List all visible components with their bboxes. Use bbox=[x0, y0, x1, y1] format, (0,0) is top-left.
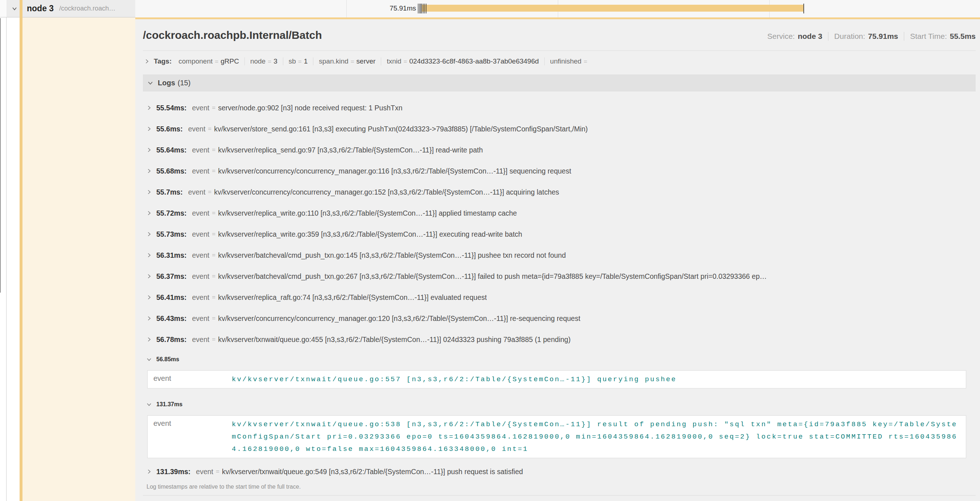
log-row[interactable]: 56.37ms: event = kv/kvserver/batcheval/c… bbox=[143, 266, 976, 287]
log-field-equals: = bbox=[208, 188, 212, 196]
log-detail-box: event kv/kvserver/txnwait/queue.go:538 [… bbox=[147, 415, 966, 458]
log-row[interactable]: 55.64ms: event = kv/kvserver/replica_sen… bbox=[143, 139, 976, 161]
tag-item: unfinished = bbox=[544, 57, 595, 65]
chevron-right-icon[interactable] bbox=[146, 126, 152, 131]
chevron-right-icon[interactable] bbox=[146, 469, 152, 474]
column-resizer[interactable] bbox=[0, 18, 1, 293]
span-duration-bar[interactable] bbox=[422, 5, 804, 12]
log-timestamp: 56.78ms: bbox=[156, 335, 186, 344]
log-row[interactable]: 55.73ms: event = kv/kvserver/replica_wri… bbox=[143, 223, 976, 245]
start-time-label: Start Time: bbox=[910, 32, 947, 41]
chevron-right-icon[interactable] bbox=[146, 190, 152, 195]
log-marker-tick bbox=[418, 4, 418, 13]
start-time-value: 55.5ms bbox=[950, 32, 976, 41]
log-field-value: kv/kvserver/batcheval/cmd_push_txn.go:14… bbox=[218, 251, 566, 260]
chevron-right-icon[interactable] bbox=[146, 274, 152, 279]
span-detail-title: /cockroach.roachpb.Internal/Batch bbox=[143, 29, 322, 42]
log-timestamp: 55.54ms: bbox=[156, 104, 186, 112]
log-field-key: event bbox=[192, 251, 209, 260]
log-row[interactable]: 55.54ms: event = server/node.go:902 [n3]… bbox=[143, 97, 976, 118]
log-timestamp: 56.37ms: bbox=[156, 272, 186, 281]
log-field-equals: = bbox=[212, 209, 215, 217]
span-tree-gutter bbox=[0, 0, 6, 501]
chevron-down-icon[interactable] bbox=[146, 357, 152, 362]
tags-section-header[interactable]: Tags: component = gRPC node = 3 sb = 1 s… bbox=[143, 56, 976, 67]
expanded-log-group: 131.37ms event kv/kvserver/txnwait/queue… bbox=[143, 397, 976, 458]
log-field-value: kv/kvserver/replica_write.go:359 [n3,s3,… bbox=[218, 230, 522, 239]
chevron-right-icon[interactable] bbox=[146, 337, 152, 342]
logs-section-header[interactable]: Logs (15) bbox=[143, 74, 976, 91]
service-value: node 3 bbox=[797, 32, 822, 41]
log-timestamp: 56.41ms: bbox=[156, 294, 186, 302]
log-marker-tick bbox=[424, 4, 425, 13]
log-row[interactable]: 56.31ms: event = kv/kvserver/batcheval/c… bbox=[143, 245, 976, 266]
log-field-key: event bbox=[192, 209, 209, 217]
chevron-right-icon[interactable] bbox=[146, 316, 152, 321]
span-service-name: node 3 bbox=[27, 4, 54, 13]
log-field-value: kv/kvserver/concurrency/concurrency_mana… bbox=[218, 314, 580, 323]
log-timestamp: 56.85ms bbox=[156, 356, 179, 363]
log-row[interactable]: 56.41ms: event = kv/kvserver/replica_raf… bbox=[143, 287, 976, 308]
log-field-key: event bbox=[188, 125, 206, 133]
chevron-right-icon[interactable] bbox=[146, 211, 152, 215]
selected-span-row-highlight bbox=[22, 18, 135, 501]
log-field-value: kv/kvserver/store_send.go:161 [n3,s3] ex… bbox=[214, 125, 587, 133]
log-marker-tick bbox=[420, 4, 421, 13]
header-divider bbox=[143, 51, 976, 51]
span-color-bar bbox=[19, 0, 22, 501]
log-field-equals: = bbox=[212, 146, 215, 153]
span-timeline-row[interactable]: 75.91ms bbox=[135, 0, 980, 18]
log-field-key: event bbox=[153, 418, 232, 455]
tag-key: span.kind bbox=[319, 57, 348, 65]
chevron-right-icon[interactable] bbox=[146, 168, 152, 174]
span-duration-label: 75.91ms bbox=[376, 4, 416, 12]
chevron-right-icon[interactable] bbox=[146, 147, 152, 153]
log-field-key: event bbox=[192, 167, 209, 176]
chevron-right-icon[interactable] bbox=[144, 59, 150, 64]
chevron-down-icon[interactable] bbox=[146, 402, 152, 407]
tag-list: component = gRPC node = 3 sb = 1 span.ki… bbox=[173, 57, 595, 65]
log-field-equals: = bbox=[212, 231, 215, 238]
chevron-right-icon[interactable] bbox=[146, 231, 152, 237]
timeline-gridline bbox=[346, 0, 347, 18]
log-field-value: kv/kvserver/batcheval/cmd_push_txn.go:26… bbox=[218, 272, 767, 281]
span-name-cell[interactable]: node 3 /cockroach.roach… bbox=[6, 0, 135, 18]
log-list: 55.54ms: event = server/node.go:902 [n3]… bbox=[143, 97, 976, 482]
log-row[interactable]: 55.72ms: event = kv/kvserver/replica_wri… bbox=[143, 203, 976, 223]
tag-value: 024d3323-6c8f-4863-aa8b-37ab0e63496d bbox=[409, 57, 539, 65]
chevron-right-icon[interactable] bbox=[146, 295, 152, 300]
log-row[interactable]: 55.7ms: event = kv/kvserver/concurrency/… bbox=[143, 182, 976, 203]
tag-item: txnid = 024d3323-6c8f-4863-aa8b-37ab0e63… bbox=[381, 57, 544, 65]
span-end-tick bbox=[803, 4, 804, 13]
chevron-right-icon[interactable] bbox=[146, 105, 152, 110]
log-row[interactable]: 131.39ms: event = kv/kvserver/txnwait/qu… bbox=[143, 461, 976, 482]
tag-value: server bbox=[356, 57, 376, 65]
tag-value: 3 bbox=[274, 57, 277, 65]
chevron-right-icon[interactable] bbox=[146, 253, 152, 258]
log-field-key: event bbox=[192, 146, 209, 154]
chevron-down-icon[interactable] bbox=[148, 80, 153, 86]
logs-footer-note: Log timestamps are relative to the start… bbox=[143, 483, 976, 490]
tag-key: txnid bbox=[387, 57, 401, 65]
log-row[interactable]: 56.43ms: event = kv/kvserver/concurrency… bbox=[143, 308, 976, 329]
log-field-key: event bbox=[192, 335, 209, 344]
log-field-value: kv/kvserver/replica_write.go:110 [n3,s3,… bbox=[218, 209, 517, 217]
log-row[interactable]: 56.78ms: event = kv/kvserver/txnwait/que… bbox=[143, 329, 976, 350]
log-row-expanded[interactable]: 131.37ms bbox=[143, 397, 976, 412]
log-row[interactable]: 55.6ms: event = kv/kvserver/store_send.g… bbox=[143, 118, 976, 139]
log-timestamp: 56.31ms: bbox=[156, 251, 186, 260]
collapse-span-chevron-icon[interactable] bbox=[10, 5, 19, 12]
log-field-equals: = bbox=[212, 336, 215, 343]
log-timestamp: 55.68ms: bbox=[156, 167, 186, 176]
tags-label: Tags: bbox=[154, 57, 172, 65]
duration-value: 75.91ms bbox=[868, 32, 898, 41]
log-field-value: kv/kvserver/txnwait/queue.go:549 [n3,s3,… bbox=[222, 467, 523, 476]
log-marker-tick bbox=[423, 4, 424, 13]
log-detail-box: event kv/kvserver/txnwait/queue.go:557 [… bbox=[147, 370, 966, 388]
log-row[interactable]: 55.68ms: event = kv/kvserver/concurrency… bbox=[143, 161, 976, 182]
tag-equals: = bbox=[404, 58, 407, 65]
span-detail-panel: /cockroach.roachpb.Internal/Batch Servic… bbox=[135, 18, 980, 501]
log-row-expanded[interactable]: 56.85ms bbox=[143, 352, 976, 367]
log-field-key: event bbox=[192, 314, 209, 323]
log-field-equals: = bbox=[212, 315, 215, 322]
